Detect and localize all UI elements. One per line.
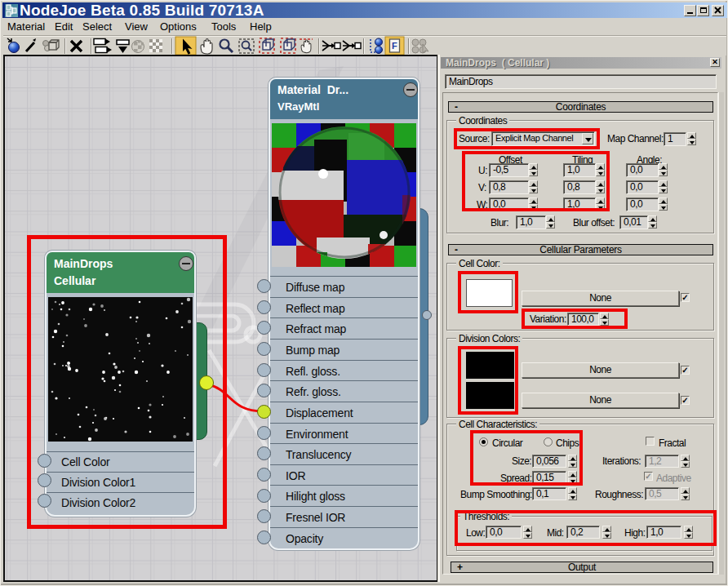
svg-text:F: F bbox=[392, 41, 397, 51]
